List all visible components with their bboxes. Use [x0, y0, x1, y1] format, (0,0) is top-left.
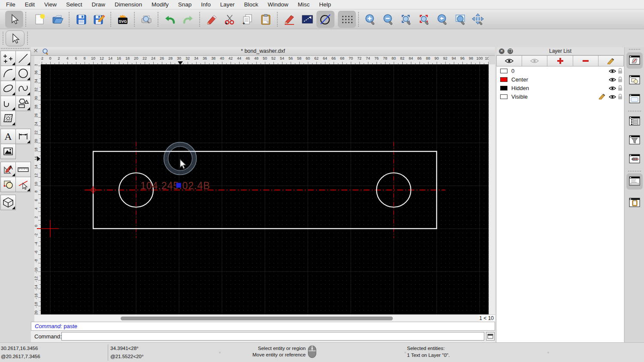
ruler-zero-mark — [37, 228, 41, 229]
menu-item-layer[interactable]: Layer — [216, 1, 240, 8]
menu-item-misc[interactable]: Misc — [293, 1, 315, 8]
image-tool[interactable] — [0, 144, 16, 159]
filter-widget-button[interactable] — [626, 132, 643, 148]
save-as-button[interactable] — [90, 11, 108, 28]
menu-item-block[interactable]: Block — [240, 1, 263, 8]
order-tool[interactable] — [0, 177, 16, 192]
dock-separator — [628, 111, 641, 112]
menu-item-window[interactable]: Window — [263, 1, 293, 8]
layer-row-0[interactable]: 0 — [497, 66, 624, 75]
command-widget-button[interactable] — [626, 173, 643, 190]
pen-widget-button[interactable] — [626, 52, 643, 69]
command-input[interactable] — [61, 332, 484, 341]
print-preview-button[interactable] — [137, 11, 155, 28]
layer-lock-icon[interactable] — [617, 68, 623, 75]
isometric-toggle-button[interactable] — [316, 11, 334, 28]
dock-handle[interactable] — [629, 49, 640, 50]
drawing-canvas[interactable]: 104.245.02.4B — [41, 64, 489, 314]
menu-item-info[interactable]: Info — [196, 1, 216, 8]
zoom-in-button[interactable] — [361, 11, 380, 28]
pan-button[interactable] — [470, 11, 488, 28]
pointer-button[interactable] — [5, 11, 23, 28]
open-button[interactable] — [49, 11, 67, 28]
zoom-previous-button[interactable] — [434, 11, 452, 28]
layer-row-visible[interactable]: Visible — [497, 92, 624, 101]
layer-color-swatch[interactable] — [500, 77, 507, 82]
points-tool[interactable] — [0, 51, 16, 66]
toolbar-handle[interactable] — [27, 32, 28, 45]
pen-palette-widget-button[interactable] — [626, 151, 643, 167]
layer-visibility-eye-icon[interactable] — [609, 94, 616, 101]
dimension-tool[interactable] — [15, 129, 31, 144]
layer-visibility-eye-icon[interactable] — [609, 68, 616, 75]
modify-tool[interactable] — [0, 162, 16, 177]
layer-lock-icon[interactable] — [617, 85, 623, 93]
zoom-window-button[interactable] — [452, 11, 470, 28]
copy-button[interactable]: + — [239, 11, 257, 28]
edit-layer-button[interactable] — [598, 55, 624, 66]
undo-button[interactable] — [161, 11, 179, 28]
solid-box-tool[interactable] — [0, 195, 16, 210]
layer-color-swatch[interactable] — [500, 86, 507, 90]
ruler-label: 36 — [34, 70, 38, 75]
menu-item-dimension[interactable]: Dimension — [110, 1, 147, 8]
palette-handle[interactable] — [1, 48, 29, 49]
layer-row-hidden[interactable]: Hidden — [497, 84, 624, 92]
paste-button[interactable] — [257, 11, 275, 28]
layer-color-swatch[interactable] — [500, 69, 507, 73]
draw-pen-button[interactable] — [280, 11, 298, 28]
save-icon — [75, 13, 87, 25]
text-tool[interactable]: A — [0, 129, 16, 144]
library-widget-button[interactable] — [626, 91, 643, 107]
zoom-auto-button[interactable] — [398, 11, 416, 28]
measure-tool[interactable] — [15, 162, 31, 177]
block-widget-button[interactable] — [626, 72, 643, 88]
polygon-tool[interactable] — [15, 96, 31, 111]
zoom-selected-button[interactable] — [416, 11, 434, 28]
menu-item-snap[interactable]: Snap — [173, 1, 197, 8]
save-button[interactable] — [72, 11, 90, 28]
spline-tool[interactable] — [15, 81, 31, 96]
remove-layer-button[interactable] — [573, 55, 598, 66]
add-layer-button[interactable] — [547, 55, 573, 66]
layer-widget-button[interactable] — [626, 113, 643, 130]
svg-export-button[interactable]: SVG — [114, 11, 132, 28]
redo-button[interactable] — [179, 11, 197, 28]
menu-item-select[interactable]: Select — [61, 1, 87, 8]
menu-item-help[interactable]: Help — [314, 1, 336, 8]
hatch-tool[interactable] — [0, 111, 16, 126]
selection-rectangle-button[interactable] — [298, 11, 316, 28]
zoom-out-button[interactable] — [380, 11, 398, 28]
layer-lock-icon[interactable] — [617, 76, 623, 84]
show-all-layers-button[interactable] — [496, 55, 522, 66]
horizontal-scrollbar[interactable] — [34, 314, 479, 322]
snap-select-tool[interactable] — [15, 177, 31, 192]
polyline-tool[interactable] — [0, 96, 16, 111]
layer-lock-icon[interactable] — [617, 94, 623, 101]
cut-button[interactable]: + — [221, 11, 239, 28]
menu-item-draw[interactable]: Draw — [87, 1, 110, 8]
layer-visibility-eye-icon[interactable] — [609, 76, 616, 84]
layer-row-center[interactable]: Center — [497, 75, 624, 84]
select-tool-button[interactable] — [6, 30, 24, 46]
ellipse-tool[interactable] — [0, 81, 16, 96]
menu-item-edit[interactable]: Edit — [20, 1, 39, 8]
toolbar-handle[interactable] — [3, 32, 3, 45]
menu-item-view[interactable]: View — [39, 1, 61, 8]
clipboard-widget-button[interactable] — [626, 195, 643, 211]
menu-item-modify[interactable]: Modify — [147, 1, 173, 8]
command-options-button[interactable] — [486, 332, 495, 341]
layer-visibility-eye-icon[interactable] — [609, 85, 616, 93]
new-document-icon — [33, 13, 46, 25]
hide-all-layers-button[interactable] — [522, 55, 547, 66]
delete-button[interactable] — [203, 11, 221, 28]
line-tool[interactable] — [15, 51, 31, 66]
circle-tool[interactable] — [15, 66, 31, 81]
vertical-scrollbar[interactable] — [489, 64, 495, 314]
menu-item-file[interactable]: File — [6, 1, 20, 8]
layer-color-swatch[interactable] — [500, 94, 507, 99]
new-document-button[interactable] — [30, 11, 49, 28]
grid-toggle-button[interactable] — [338, 11, 356, 28]
arc-tool[interactable] — [0, 66, 16, 81]
scrollbar-thumb[interactable] — [121, 317, 393, 320]
